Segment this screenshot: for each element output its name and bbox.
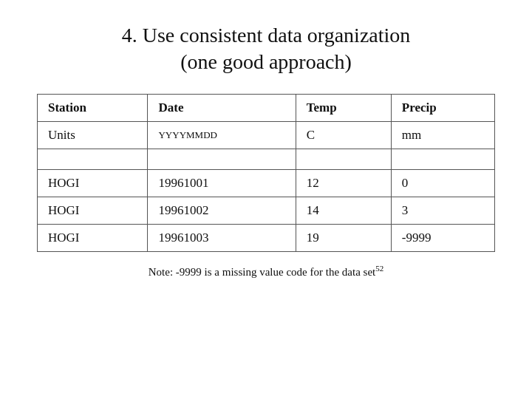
table-empty-row	[38, 149, 495, 169]
row1-date: 19961001	[148, 169, 296, 197]
table-row: HOGI 19961002 14 3	[38, 197, 495, 224]
page-title: 4. Use consistent data organization (one…	[122, 22, 411, 76]
row2-station: HOGI	[38, 197, 148, 224]
row1-station: HOGI	[38, 169, 148, 197]
table-row: HOGI 19961003 19 -9999	[38, 224, 495, 251]
units-precip: mm	[391, 121, 494, 149]
row2-temp: 14	[296, 197, 391, 224]
units-temp: C	[296, 121, 391, 149]
table-row: HOGI 19961001 12 0	[38, 169, 495, 197]
row3-precip: -9999	[391, 224, 494, 251]
row3-temp: 19	[296, 224, 391, 251]
header-station: Station	[38, 94, 148, 121]
row1-precip: 0	[391, 169, 494, 197]
table-units-row: Units YYYYMMDD C mm	[38, 121, 495, 149]
row2-date: 19961002	[148, 197, 296, 224]
row3-station: HOGI	[38, 224, 148, 251]
units-date: YYYYMMDD	[148, 121, 296, 149]
note: Note: -9999 is a missing value code for …	[149, 264, 383, 279]
header-temp: Temp	[296, 94, 391, 121]
data-table: Station Date Temp Precip Units YYYYMMDD …	[37, 94, 495, 252]
page: 4. Use consistent data organization (one…	[0, 0, 532, 399]
units-label: Units	[38, 121, 148, 149]
header-date: Date	[148, 94, 296, 121]
row1-temp: 12	[296, 169, 391, 197]
header-precip: Precip	[391, 94, 494, 121]
row3-date: 19961003	[148, 224, 296, 251]
table-header-row: Station Date Temp Precip	[38, 94, 495, 121]
row2-precip: 3	[391, 197, 494, 224]
